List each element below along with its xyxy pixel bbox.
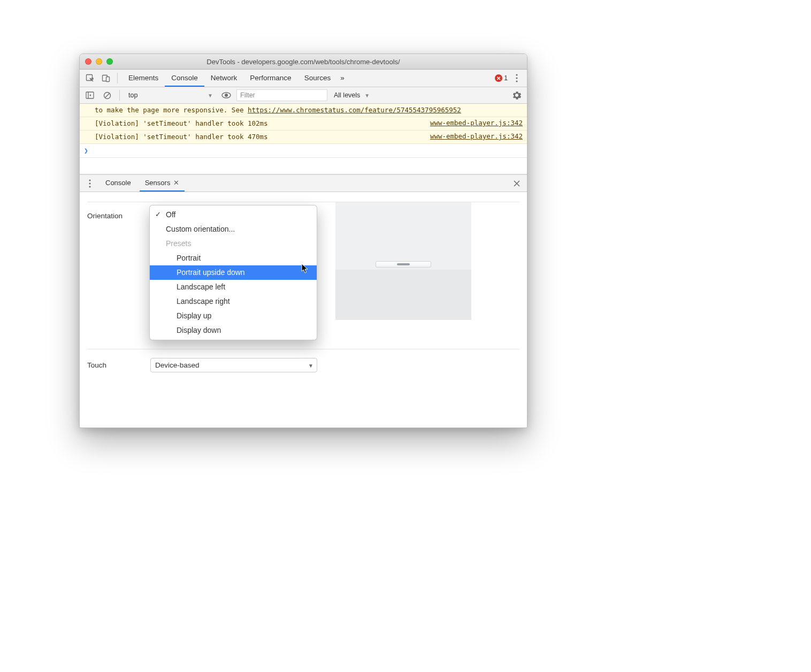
execution-context-value: top (128, 91, 137, 99)
chevron-down-icon: ▼ (364, 93, 370, 98)
drawer-tab-sensors[interactable]: Sensors ✕ (140, 175, 185, 192)
log-row: [Violation] 'setTimeout' handler took 10… (80, 117, 527, 131)
device-orientation-preview[interactable] (335, 202, 471, 320)
tab-performance[interactable]: Performance (243, 70, 297, 87)
console-sidebar-toggle-icon[interactable] (83, 88, 97, 102)
menu-item-display-down[interactable]: Display down (150, 323, 317, 338)
minimize-window-button[interactable] (96, 58, 102, 65)
drawer-tab-sensors-label: Sensors (145, 179, 171, 187)
sensors-panel: Orientation ▼ ✓ Off Custom orientation..… (80, 202, 527, 373)
log-text: [Violation] 'setTimeout' handler took 10… (95, 119, 424, 128)
menu-header-presets: Presets (150, 236, 317, 251)
touch-select-value: Device-based (155, 361, 200, 369)
menu-item-landscape-left[interactable]: Landscape left (150, 280, 317, 294)
log-source-link[interactable]: www-embed-player.js:342 (430, 119, 523, 127)
drawer-tab-console[interactable]: Console (100, 175, 136, 192)
log-source-link[interactable]: www-embed-player.js:342 (430, 132, 523, 140)
console-output: to make the page more responsive. See ht… (80, 104, 527, 158)
tabs-overflow-button[interactable]: » (337, 70, 348, 87)
live-expression-icon[interactable] (219, 88, 233, 102)
orientation-label: Orientation (87, 212, 141, 220)
svg-point-9 (225, 94, 228, 97)
svg-point-11 (89, 182, 90, 184)
execution-context-select[interactable]: top ▼ (125, 89, 216, 101)
svg-point-4 (516, 77, 517, 79)
error-icon: ✕ (495, 74, 502, 82)
log-row: to make the page more responsive. See ht… (80, 104, 527, 117)
devtools-window: DevTools - developers.google.com/web/too… (79, 54, 527, 428)
filter-placeholder: Filter (240, 91, 255, 99)
svg-point-5 (516, 80, 517, 82)
error-count: 1 (504, 74, 508, 82)
main-toolbar: Elements Console Network Performance Sou… (80, 70, 527, 87)
svg-rect-2 (106, 77, 110, 82)
tab-console[interactable]: Console (165, 70, 204, 87)
drawer-close-icon[interactable] (510, 177, 524, 190)
log-levels-select[interactable]: All levels ▼ (331, 89, 373, 101)
tab-elements[interactable]: Elements (122, 70, 165, 87)
tab-sources[interactable]: Sources (298, 70, 338, 87)
log-levels-value: All levels (334, 91, 360, 99)
close-icon[interactable]: ✕ (173, 179, 179, 187)
clear-console-icon[interactable] (100, 88, 114, 102)
window-controls (85, 58, 113, 65)
drawer-kebab-icon[interactable] (83, 177, 97, 190)
kebab-menu-icon[interactable] (510, 71, 524, 85)
menu-item-portrait-upside-down[interactable]: Portrait upside down (150, 265, 317, 280)
inspect-icon[interactable] (83, 71, 97, 85)
titlebar: DevTools - developers.google.com/web/too… (80, 54, 527, 70)
device-toolbar-icon[interactable] (99, 71, 113, 85)
svg-point-3 (516, 74, 517, 75)
menu-item-landscape-right[interactable]: Landscape right (150, 294, 317, 309)
log-link[interactable]: https://www.chromestatus.com/feature/574… (248, 106, 461, 114)
console-toolbar: top ▼ Filter All levels ▼ (80, 87, 527, 104)
touch-row: Touch Device-based ▼ (87, 349, 519, 372)
mouse-cursor-icon (301, 263, 309, 274)
panel-tabs: Elements Console Network Performance Sou… (122, 70, 348, 87)
device-frame (376, 261, 431, 268)
touch-label: Touch (87, 361, 141, 369)
menu-item-off[interactable]: ✓ Off (150, 208, 317, 222)
device-speaker-slot (397, 263, 410, 265)
orientation-dropdown-menu: ✓ Off Custom orientation... Presets Port… (149, 205, 317, 340)
menu-item-portrait[interactable]: Portrait (150, 251, 317, 265)
window-title: DevTools - developers.google.com/web/too… (80, 58, 527, 66)
filter-input[interactable]: Filter (236, 89, 327, 101)
close-window-button[interactable] (85, 58, 91, 65)
log-text: [Violation] 'setTimeout' handler took 47… (95, 132, 424, 142)
separator (119, 90, 120, 101)
tab-network[interactable]: Network (204, 70, 244, 87)
menu-item-custom[interactable]: Custom orientation... (150, 222, 317, 236)
log-text: to make the page more responsive. See (95, 106, 248, 114)
svg-point-10 (89, 179, 90, 181)
chevron-down-icon: ▼ (208, 93, 213, 98)
menu-item-display-up[interactable]: Display up (150, 309, 317, 323)
drawer-toolbar: Console Sensors ✕ (80, 175, 527, 192)
check-icon: ✓ (155, 209, 161, 220)
svg-point-12 (89, 186, 90, 187)
separator (117, 73, 118, 83)
error-count-badge[interactable]: ✕ 1 (495, 74, 508, 82)
touch-select[interactable]: Device-based ▼ (150, 358, 317, 372)
maximize-window-button[interactable] (106, 58, 113, 65)
console-settings-icon[interactable] (510, 88, 524, 102)
console-prompt[interactable]: ❯ (80, 144, 527, 158)
log-row: [Violation] 'setTimeout' handler took 47… (80, 131, 527, 144)
chevron-down-icon: ▼ (308, 362, 313, 368)
